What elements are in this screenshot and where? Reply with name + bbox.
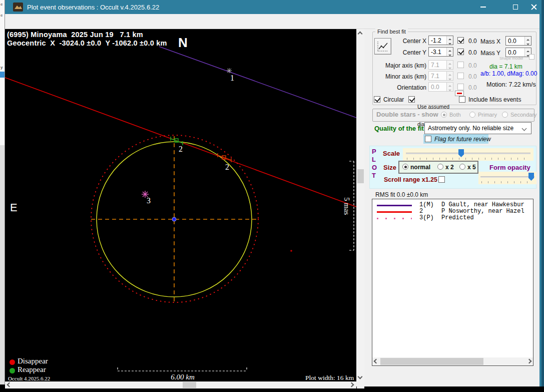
listbox-scroll-left-icon[interactable] bbox=[374, 359, 379, 364]
legend-reappear: Reappear bbox=[18, 365, 46, 374]
listbox-scroll-right-icon[interactable] bbox=[527, 359, 532, 364]
form-opacity-slider[interactable] bbox=[478, 172, 536, 184]
mass-x-spinner[interactable] bbox=[524, 37, 531, 45]
plot-canvas[interactable]: (6995) Minoyama 2025 Jun 19 7.1 km Geoce… bbox=[5, 29, 356, 381]
scroll-up-icon[interactable] bbox=[358, 32, 363, 37]
entry3-text[interactable]: 3(P)Predicted bbox=[419, 214, 474, 221]
center-y-error: 0.0 bbox=[468, 49, 477, 56]
plot-letter-t: T bbox=[372, 172, 376, 179]
double-secondary-radio[interactable] bbox=[502, 112, 508, 118]
major-axis-error: 0.0 bbox=[468, 62, 477, 69]
flag-review-checkbox[interactable] bbox=[425, 136, 431, 142]
scroll-right-icon[interactable] bbox=[349, 382, 354, 387]
scroll-range-label: Scroll range x1.25 bbox=[384, 176, 437, 183]
background-text-fragment: e bbox=[1, 13, 3, 18]
find-best-fit-legend: Find best fit bbox=[375, 29, 408, 35]
point1-label: 1 bbox=[230, 74, 234, 82]
scale-bar bbox=[118, 367, 247, 371]
maximize-button[interactable] bbox=[507, 0, 524, 14]
mass-x-label: Mass X bbox=[480, 38, 500, 45]
scale-slider-ticks bbox=[407, 158, 530, 160]
chevron-down-icon bbox=[522, 126, 527, 131]
point2-disappear-label: 2 bbox=[225, 163, 229, 171]
shape-model-checkbox[interactable] bbox=[529, 54, 534, 60]
minimize-button[interactable] bbox=[474, 0, 491, 14]
plot-version-label: Occult 4.2025.6.22 bbox=[8, 375, 50, 381]
disappear-dot-icon bbox=[10, 359, 15, 365]
scroll-range-checkbox[interactable] bbox=[438, 176, 445, 183]
entry2-line-sample bbox=[377, 211, 412, 213]
remove-event-button[interactable] bbox=[455, 91, 464, 96]
orientation-input: 0.0 bbox=[428, 82, 453, 92]
mass-x-input[interactable]: 0.0 bbox=[505, 36, 531, 46]
plot-vertical-scrollbar[interactable] bbox=[357, 29, 364, 381]
double-primary-label: Primary bbox=[478, 112, 497, 118]
minimize-icon bbox=[480, 7, 486, 8]
background-text-fragment: y bbox=[1, 65, 3, 70]
plot-letter-o: O bbox=[372, 164, 377, 171]
center-y-checkbox[interactable] bbox=[457, 49, 464, 55]
scale-slider[interactable] bbox=[403, 148, 533, 161]
size-x2-radio[interactable] bbox=[437, 164, 443, 170]
observations-listbox[interactable]: 1(M)D Gault, near Hawkesbur 2P Nosworthy… bbox=[372, 199, 533, 366]
size-normal-label: normal bbox=[410, 164, 430, 171]
scroll-down-icon[interactable] bbox=[358, 374, 363, 379]
motion-label: Motion: 7.22 km/s bbox=[486, 81, 536, 88]
plot-graphics: 1 2 2 3 5 mas 6.00 km bbox=[5, 29, 356, 381]
background-text-fragment: e bbox=[1, 2, 3, 7]
center-x-spinner[interactable] bbox=[446, 36, 453, 45]
maximize-icon bbox=[513, 5, 518, 10]
point1-asterisk bbox=[227, 68, 232, 73]
orientation-error: 0.0 bbox=[468, 84, 477, 91]
mass-y-label: Mass Y bbox=[480, 50, 500, 57]
close-icon bbox=[531, 4, 537, 10]
center-x-input[interactable]: -1.2 bbox=[428, 36, 453, 45]
plot-horizontal-scrollbar[interactable] bbox=[5, 381, 356, 388]
orientation-spinner bbox=[446, 83, 453, 91]
entry1-id: 1(M) bbox=[419, 201, 441, 208]
form-opacity-thumb[interactable] bbox=[528, 173, 534, 181]
quality-select[interactable]: Astrometry only. No reliable size bbox=[424, 122, 531, 134]
scale-slider-thumb[interactable] bbox=[458, 149, 464, 157]
scroll-left-icon[interactable] bbox=[7, 382, 12, 387]
center-x-checkbox[interactable] bbox=[457, 37, 464, 44]
mas-label: 5 mas bbox=[343, 197, 351, 215]
window-title: Plot event observations : Occult v.4.202… bbox=[27, 4, 159, 11]
reappear-dot-icon bbox=[10, 368, 15, 373]
size-normal-radio[interactable] bbox=[402, 164, 408, 170]
quality-label: Quality of the fit bbox=[374, 125, 424, 132]
circular-label: Circular bbox=[383, 96, 404, 103]
entry2-name: P Nosworthy, near Hazel bbox=[441, 208, 524, 215]
double-stars-title: Double stars - show bbox=[376, 111, 438, 118]
plot-vscroll-thumb[interactable] bbox=[357, 169, 364, 183]
center-y-spinner[interactable] bbox=[446, 48, 453, 56]
rms-fit-label: RMS fit 0.0 ±0.0 km bbox=[375, 191, 428, 198]
double-secondary-label: Secondary bbox=[510, 112, 537, 118]
include-miss-checkbox[interactable] bbox=[459, 96, 465, 103]
listbox-hscroll-thumb[interactable] bbox=[380, 358, 483, 365]
minor-axis-label: Minor axis (km) bbox=[371, 73, 426, 80]
circular-checkbox[interactable] bbox=[374, 96, 380, 103]
double-both-radio[interactable] bbox=[441, 112, 447, 118]
desktop: e e y Plot event observations : Occult v… bbox=[0, 0, 544, 392]
size-x5-radio[interactable] bbox=[459, 164, 465, 170]
listbox-hscrollbar[interactable] bbox=[372, 357, 533, 365]
scale-slider-track bbox=[406, 153, 530, 154]
double-primary-radio[interactable] bbox=[469, 112, 475, 118]
flag-review-label: Flag for future review bbox=[434, 136, 491, 143]
app-icon bbox=[13, 3, 23, 12]
form-opacity-ticks bbox=[481, 181, 533, 183]
orientation-checkbox bbox=[457, 84, 464, 90]
form-opacity-label: Form opacity bbox=[489, 164, 530, 171]
entry1-text[interactable]: 1(M)D Gault, near Hawkesbur bbox=[419, 201, 524, 208]
entry2-text[interactable]: 2P Nosworthy, near Hazel bbox=[419, 208, 524, 215]
plot-letter-l: L bbox=[372, 156, 376, 163]
disappear-marker bbox=[218, 153, 231, 162]
plot-letter-p: P bbox=[372, 148, 376, 155]
use-assumed-checkbox[interactable] bbox=[408, 96, 415, 103]
plot-hscroll-thumb[interactable] bbox=[183, 382, 196, 388]
entry1-line-sample bbox=[377, 205, 412, 206]
dia-label: dia = 7.1 km bbox=[489, 63, 522, 70]
mass-y-value: 0.0 bbox=[508, 49, 516, 56]
center-y-input[interactable]: -3.1 bbox=[428, 47, 453, 57]
